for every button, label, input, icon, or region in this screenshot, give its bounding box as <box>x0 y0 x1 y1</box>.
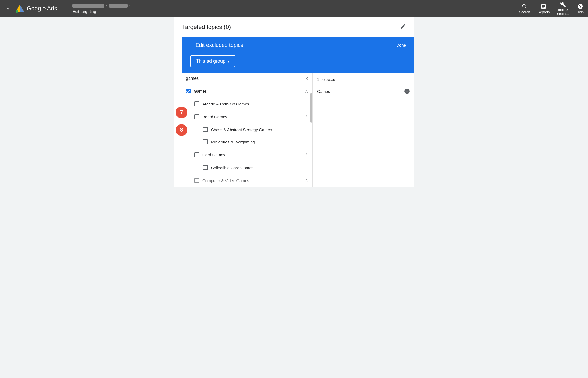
checkbox-collectible[interactable] <box>203 165 208 170</box>
breadcrumb-chevron-1: › <box>106 4 107 8</box>
selected-item-label-games: Games <box>317 89 330 94</box>
topic-item-collectible: Collectible Card Games <box>182 161 312 174</box>
topic-row-card-games[interactable]: Card Games ∧ <box>182 148 312 161</box>
adgroup-button[interactable]: This ad group ▾ <box>190 55 235 67</box>
topic-label-miniatures: Miniatures & Wargaming <box>211 140 308 144</box>
reports-nav-label: Reports <box>538 10 550 14</box>
step-8-badge: 8 <box>176 124 187 136</box>
google-ads-logo-icon <box>15 4 25 13</box>
search-bar: × <box>182 73 312 84</box>
panel-wrapper: 8 × <box>182 73 414 187</box>
selected-item-games: Games <box>317 86 410 97</box>
edit-targeting-label: Edit targeting <box>72 9 130 14</box>
topic-label-games: Games <box>194 89 301 93</box>
topic-item-chess: Chess & Abstract Strategy Games <box>182 123 312 136</box>
topic-label-computer-video: Computer & Video Games <box>202 178 301 183</box>
tools-nav-label: Tools &settin… <box>557 8 569 16</box>
adgroup-dropdown-icon: ▾ <box>228 59 229 63</box>
checkbox-chess[interactable] <box>203 127 208 132</box>
topic-label-chess: Chess & Abstract Strategy Games <box>211 127 308 132</box>
topic-label-collectible: Collectible Card Games <box>211 165 308 170</box>
tools-icon <box>560 1 566 7</box>
search-icon <box>522 3 527 9</box>
breadcrumb: › › Edit targeting <box>72 4 130 14</box>
selected-count: 1 selected <box>317 77 410 82</box>
svg-marker-1 <box>20 5 24 12</box>
done-button[interactable]: Done <box>396 43 406 47</box>
help-nav-button[interactable]: Help <box>576 3 584 14</box>
scrollbar-thumb[interactable] <box>310 93 312 123</box>
expand-computer-video-icon[interactable]: ∧ <box>305 177 308 183</box>
google-ads-logo: Google Ads <box>15 4 57 13</box>
search-nav-label: Search <box>519 10 530 14</box>
adgroup-row: This ad group ▾ <box>182 53 414 73</box>
edit-pencil-button[interactable] <box>400 24 406 31</box>
topbar: × Google Ads › › Edit targeting Search <box>0 0 588 17</box>
collapse-board-games-icon[interactable]: ∧ <box>305 114 308 120</box>
edit-excluded-section: 7 Edit excluded topics Done This ad grou… <box>182 37 414 187</box>
breadcrumb-item-2 <box>109 4 128 8</box>
search-input[interactable] <box>186 76 303 81</box>
targeted-topics-title: Targeted topics (0) <box>182 24 231 31</box>
help-nav-label: Help <box>576 10 584 14</box>
checkbox-computer-video[interactable] <box>194 178 199 183</box>
breadcrumb-path: › › <box>72 4 130 8</box>
close-button[interactable]: × <box>4 5 12 12</box>
topic-item-board-games: Board Games ∧ Chess & Abstract Strategy … <box>182 110 312 148</box>
topic-item-computer-video: Computer & Video Games ∧ <box>182 174 312 187</box>
search-nav-button[interactable]: Search <box>519 3 530 14</box>
topic-item-card-games: Card Games ∧ Collectible Card Games <box>182 148 312 174</box>
google-ads-text: Google Ads <box>27 5 57 12</box>
right-panel: 1 selected Games <box>313 73 414 187</box>
topbar-divider <box>65 4 65 13</box>
collapse-card-games-icon[interactable]: ∧ <box>305 152 308 158</box>
checkbox-card-games[interactable] <box>194 152 199 157</box>
step-7-badge: 7 <box>176 107 187 118</box>
topic-item-miniatures: Miniatures & Wargaming <box>182 136 312 148</box>
main-content: Targeted topics (0) 7 Edit excluded topi… <box>174 17 414 187</box>
topic-row-chess[interactable]: Chess & Abstract Strategy Games <box>182 123 312 136</box>
topic-row-board-games[interactable]: Board Games ∧ <box>182 110 312 123</box>
svg-point-2 <box>16 10 18 13</box>
adgroup-label: This ad group <box>196 58 225 64</box>
targeted-topics-header: Targeted topics (0) <box>174 17 414 37</box>
topic-row-collectible[interactable]: Collectible Card Games <box>182 161 312 174</box>
checkbox-games[interactable] <box>186 89 191 93</box>
topbar-left: × Google Ads › › Edit targeting <box>4 4 131 14</box>
tools-nav-button[interactable]: Tools &settin… <box>557 1 569 16</box>
topic-item-games: Games ∧ Arcade & Coin-Op Games <box>182 84 312 187</box>
reports-icon <box>541 3 546 9</box>
checkbox-board-games[interactable] <box>194 114 199 119</box>
blue-section-header: Edit excluded topics Done <box>182 37 414 53</box>
help-icon <box>577 3 583 9</box>
scrollbar-track <box>310 88 312 187</box>
remove-circle-icon <box>404 88 410 94</box>
topic-label-board-games: Board Games <box>202 115 301 119</box>
topbar-right: Search Reports Tools &settin… Help <box>519 1 584 16</box>
pencil-icon <box>400 24 406 29</box>
remove-games-button[interactable] <box>404 88 410 94</box>
checkbox-arcade[interactable] <box>194 101 199 106</box>
reports-nav-button[interactable]: Reports <box>538 3 550 14</box>
collapse-games-icon[interactable]: ∧ <box>305 88 308 94</box>
topic-label-arcade: Arcade & Coin-Op Games <box>202 102 308 106</box>
topic-list: Games ∧ Arcade & Coin-Op Games <box>182 84 312 187</box>
topic-row-games[interactable]: Games ∧ <box>182 84 312 98</box>
breadcrumb-item-1 <box>72 4 104 8</box>
topic-row-miniatures[interactable]: Miniatures & Wargaming <box>182 136 312 148</box>
topic-item-arcade: Arcade & Coin-Op Games <box>182 98 312 110</box>
topic-row-arcade[interactable]: Arcade & Coin-Op Games <box>182 98 312 110</box>
left-panel: × Games ∧ <box>182 73 313 187</box>
checkbox-miniatures[interactable] <box>203 139 208 144</box>
search-clear-button[interactable]: × <box>305 76 308 81</box>
panel-container: × Games ∧ <box>182 73 414 187</box>
topic-row-computer-video[interactable]: Computer & Video Games ∧ <box>182 174 312 187</box>
breadcrumb-chevron-2: › <box>129 4 131 8</box>
topic-label-card-games: Card Games <box>202 153 301 157</box>
edit-excluded-title: Edit excluded topics <box>195 42 243 48</box>
